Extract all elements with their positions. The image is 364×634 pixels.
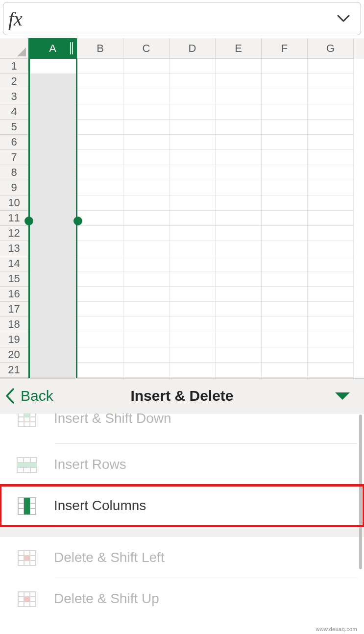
cell[interactable] [216,74,262,89]
cell[interactable] [77,287,123,302]
row-header-15[interactable]: 15 [0,271,28,287]
cell[interactable] [216,195,262,211]
cell[interactable] [308,241,354,256]
cell[interactable] [170,180,216,195]
cell[interactable] [28,211,77,226]
cell[interactable] [262,195,308,211]
cell[interactable] [308,104,354,120]
cell[interactable] [123,302,170,317]
cell[interactable] [28,302,77,317]
formula-input[interactable] [30,4,335,33]
column-resize-grip[interactable] [70,42,74,54]
cell[interactable] [77,150,123,165]
cell[interactable] [123,59,170,74]
cell[interactable] [123,211,170,226]
column-header-C[interactable]: C [123,38,170,59]
row-header-10[interactable]: 10 [0,195,28,211]
cell[interactable] [262,363,308,378]
cell[interactable] [262,104,308,120]
cell[interactable] [123,332,170,347]
cell[interactable] [308,150,354,165]
row-header-21[interactable]: 21 [0,363,28,378]
cell[interactable] [123,120,170,135]
menu-item-insert-columns[interactable]: Insert Columns [0,485,364,526]
cell[interactable] [262,59,308,74]
cell[interactable] [28,317,77,332]
cell[interactable] [28,104,77,120]
cell[interactable] [28,120,77,135]
cell[interactable] [28,89,77,104]
cell[interactable] [28,74,77,89]
cell[interactable] [77,165,123,180]
row-header-4[interactable]: 4 [0,104,28,120]
row-header-16[interactable]: 16 [0,287,28,302]
cell[interactable] [216,347,262,363]
cell[interactable] [216,226,262,241]
column-header-G[interactable]: G [308,38,354,59]
cell[interactable] [170,241,216,256]
row-header-5[interactable]: 5 [0,120,28,135]
cell[interactable] [28,332,77,347]
cell[interactable] [308,165,354,180]
cell[interactable] [262,74,308,89]
column-header-A[interactable]: A [28,38,77,59]
cell[interactable] [123,180,170,195]
cell[interactable] [28,180,77,195]
cell[interactable] [77,347,123,363]
cell[interactable] [170,317,216,332]
cell[interactable] [123,363,170,378]
cell[interactable] [170,135,216,150]
cell[interactable] [170,74,216,89]
cell[interactable] [77,74,123,89]
cell[interactable] [308,271,354,287]
cell[interactable] [123,271,170,287]
cell[interactable] [216,135,262,150]
cell[interactable] [170,256,216,271]
row-header-18[interactable]: 18 [0,317,28,332]
cell[interactable] [216,271,262,287]
cell[interactable] [123,150,170,165]
cell[interactable] [170,287,216,302]
cell[interactable] [28,59,77,74]
cell[interactable] [262,150,308,165]
column-header-E[interactable]: E [216,38,262,59]
cell[interactable] [28,150,77,165]
cell[interactable] [216,104,262,120]
cell[interactable] [216,332,262,347]
cell[interactable] [308,59,354,74]
cell[interactable] [170,226,216,241]
cell[interactable] [262,89,308,104]
cell[interactable] [216,120,262,135]
cell[interactable] [28,226,77,241]
cell[interactable] [216,287,262,302]
cell[interactable] [77,89,123,104]
row-header-13[interactable]: 13 [0,241,28,256]
cell[interactable] [216,363,262,378]
cell[interactable] [170,347,216,363]
cell[interactable] [123,287,170,302]
row-header-3[interactable]: 3 [0,89,28,104]
cell[interactable] [77,332,123,347]
cell[interactable] [28,271,77,287]
cell[interactable] [308,317,354,332]
cell[interactable] [216,180,262,195]
row-header-20[interactable]: 20 [0,347,28,363]
cell[interactable] [123,104,170,120]
cell[interactable] [308,89,354,104]
cell[interactable] [262,347,308,363]
cell[interactable] [216,150,262,165]
cell[interactable] [77,180,123,195]
cell[interactable] [308,74,354,89]
cell[interactable] [308,332,354,347]
row-header-6[interactable]: 6 [0,135,28,150]
column-header-B[interactable]: B [77,38,123,59]
cell[interactable] [262,241,308,256]
cell[interactable] [123,347,170,363]
row-header-11[interactable]: 11 [0,211,28,226]
cell[interactable] [262,302,308,317]
row-header-19[interactable]: 19 [0,332,28,347]
cell[interactable] [170,332,216,347]
cell[interactable] [77,226,123,241]
cell[interactable] [77,363,123,378]
row-header-9[interactable]: 9 [0,180,28,195]
